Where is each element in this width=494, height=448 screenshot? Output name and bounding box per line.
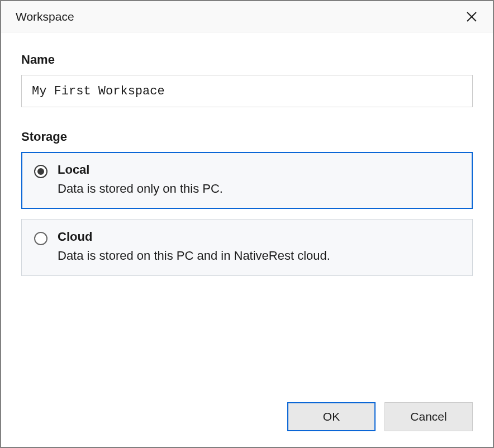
storage-option-texts: Local Data is stored only on this PC. xyxy=(58,163,223,196)
dialog-content: Name Storage Local Data is stored only o… xyxy=(1,32,493,389)
radio-cloud[interactable] xyxy=(34,232,48,245)
storage-label: Storage xyxy=(21,130,473,144)
cancel-button[interactable]: Cancel xyxy=(384,402,473,431)
name-input[interactable] xyxy=(21,75,473,107)
storage-option-description: Data is stored on this PC and in NativeR… xyxy=(58,249,330,263)
storage-option-title: Local xyxy=(58,163,223,177)
radio-dot-icon xyxy=(37,168,44,175)
dialog-title: Workspace xyxy=(16,10,74,23)
storage-option-title: Cloud xyxy=(58,230,330,244)
workspace-dialog: Workspace Name Storage Local Data is sto… xyxy=(0,0,494,448)
storage-option-cloud[interactable]: Cloud Data is stored on this PC and in N… xyxy=(21,219,473,276)
ok-button[interactable]: OK xyxy=(287,402,376,431)
storage-section: Storage Local Data is stored only on thi… xyxy=(21,130,473,286)
name-label: Name xyxy=(21,53,473,67)
titlebar: Workspace xyxy=(1,1,493,32)
storage-option-texts: Cloud Data is stored on this PC and in N… xyxy=(58,230,330,263)
dialog-footer: OK Cancel xyxy=(1,389,493,447)
storage-option-local[interactable]: Local Data is stored only on this PC. xyxy=(21,152,473,209)
close-button[interactable] xyxy=(463,8,481,26)
radio-local[interactable] xyxy=(34,165,48,178)
close-icon xyxy=(466,11,477,22)
storage-option-description: Data is stored only on this PC. xyxy=(58,182,223,196)
